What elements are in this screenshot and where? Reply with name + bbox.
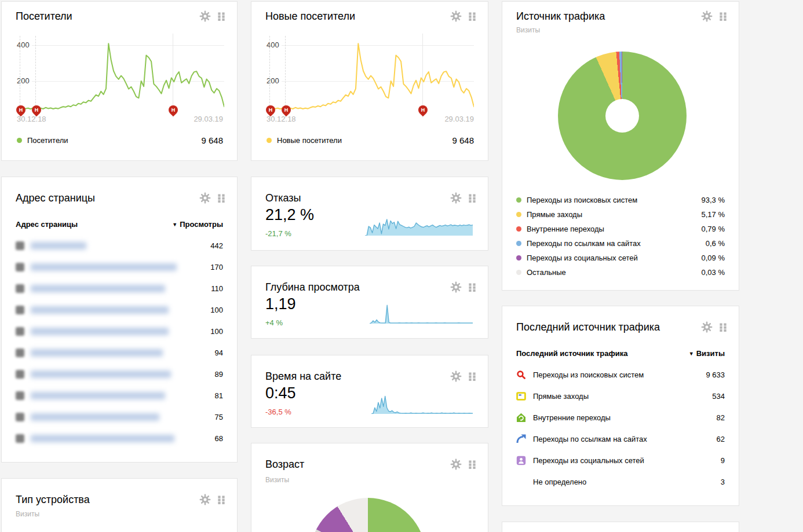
table-row[interactable]: 100 — [16, 299, 223, 321]
page-url-link-blurred[interactable] — [31, 435, 174, 442]
table-row[interactable]: Переходы из социальных сетей 9 — [516, 450, 725, 471]
drag-handle-icon[interactable] — [468, 194, 476, 203]
expand-icon[interactable] — [16, 306, 24, 314]
table-row[interactable]: 442 — [16, 235, 223, 256]
source-table-rows: Переходы из поисковых систем 9 633 Прямы… — [516, 364, 725, 493]
new-visitors-line-series — [268, 34, 474, 118]
page-url-link-blurred[interactable] — [31, 392, 165, 399]
page-url-link-blurred[interactable] — [31, 328, 169, 335]
drag-handle-icon[interactable] — [719, 12, 727, 21]
column-views[interactable]: ▼Просмотры — [172, 220, 223, 229]
source-label[interactable]: Прямые заходы — [533, 392, 589, 401]
legend-dot — [516, 270, 521, 275]
gear-icon[interactable] — [701, 10, 713, 22]
page-url-link-blurred[interactable] — [31, 370, 171, 378]
table-row[interactable]: 100 — [16, 321, 223, 342]
table-row[interactable]: 94 — [16, 342, 223, 364]
gear-icon[interactable] — [450, 10, 462, 22]
drag-handle-icon[interactable] — [468, 283, 476, 292]
gear-icon[interactable] — [450, 281, 462, 293]
page-url-link-blurred[interactable] — [31, 413, 159, 421]
widget-title: Новые посетители — [265, 10, 355, 23]
legend-dot — [516, 255, 521, 261]
expand-icon[interactable] — [16, 434, 24, 443]
legend-item[interactable]: Прямые заходы 5,17 % — [516, 207, 725, 222]
search-icon — [516, 370, 526, 380]
widget-age: Возраст Визиты — [251, 443, 488, 532]
legend-dot — [516, 226, 521, 232]
table-row[interactable]: Не определено 3 — [516, 471, 725, 493]
widget-page-url: Адрес страницы Адрес страницы ▼Просмотры… — [1, 177, 238, 463]
expand-icon[interactable] — [16, 263, 24, 271]
widget-device-type: Тип устройства Визиты — [1, 478, 238, 532]
expand-icon[interactable] — [16, 413, 24, 421]
drag-handle-icon[interactable] — [468, 460, 476, 469]
widget-title: Адрес страницы — [16, 192, 95, 204]
drag-handle-icon[interactable] — [217, 194, 225, 203]
page-url-link-blurred[interactable] — [31, 285, 165, 292]
gear-icon[interactable] — [701, 321, 713, 333]
gear-icon[interactable] — [450, 370, 462, 382]
table-row[interactable]: 170 — [16, 256, 223, 278]
table-row[interactable]: 68 — [16, 428, 223, 449]
drag-handle-icon[interactable] — [217, 12, 225, 21]
traffic-source-donut-chart[interactable] — [558, 52, 687, 180]
views-value: 89 — [215, 370, 223, 379]
page-url-link-blurred[interactable] — [31, 242, 86, 250]
table-row[interactable]: Прямые заходы 534 — [516, 386, 725, 407]
widget-actions — [199, 10, 225, 22]
expand-icon[interactable] — [16, 348, 24, 357]
source-label[interactable]: Переходы по ссылкам на сайтах — [533, 435, 647, 443]
legend-item[interactable]: Остальные 0,03 % — [516, 265, 725, 280]
source-label[interactable]: Переходы из поисковых систем — [533, 370, 644, 379]
visits-value: 3 — [721, 478, 725, 486]
drag-handle-icon[interactable] — [719, 323, 727, 332]
legend-item[interactable]: Внутренние переходы 0,79 % — [516, 222, 725, 236]
bounce-sparkline-series — [365, 212, 473, 236]
page-url-link-blurred[interactable] — [31, 263, 177, 271]
column-url[interactable]: Адрес страницы — [16, 220, 78, 229]
line-chart — [18, 34, 224, 118]
expand-icon[interactable] — [16, 391, 24, 400]
source-label[interactable]: Переходы из социальных сетей — [533, 456, 644, 465]
expand-icon[interactable] — [16, 370, 24, 379]
age-pie-chart[interactable] — [310, 498, 426, 532]
table-header: Адрес страницы ▼Просмотры — [16, 220, 223, 229]
table-row[interactable]: Переходы по ссылкам на сайтах 62 — [516, 428, 725, 450]
widget-actions — [199, 494, 225, 505]
column-source[interactable]: Последний источник трафика — [516, 349, 628, 358]
gear-icon[interactable] — [199, 192, 211, 204]
gear-icon[interactable] — [199, 10, 211, 22]
column-visits[interactable]: ▼Визиты — [689, 349, 725, 358]
page-url-link-blurred[interactable] — [31, 349, 163, 357]
gear-icon[interactable] — [199, 494, 211, 505]
drag-handle-icon[interactable] — [468, 12, 476, 21]
x-axis-start: 30.12.18 — [267, 115, 296, 123]
expand-icon[interactable] — [16, 284, 24, 293]
table-row[interactable]: 81 — [16, 385, 223, 406]
expand-icon[interactable] — [16, 327, 24, 336]
legend-item[interactable]: Переходы из поисковых систем 93,3 % — [516, 193, 725, 207]
source-label[interactable]: Внутренние переходы — [533, 413, 611, 422]
table-row[interactable]: 75 — [16, 406, 223, 428]
drag-handle-icon[interactable] — [217, 496, 225, 504]
chart-legend[interactable]: Посетители 9 648 — [17, 135, 223, 145]
widget-subtitle: Визиты — [16, 510, 39, 518]
table-row[interactable]: Переходы из поисковых систем 9 633 — [516, 364, 725, 386]
table-row[interactable]: Внутренние переходы 82 — [516, 407, 725, 428]
gear-icon[interactable] — [450, 458, 462, 470]
sparkline — [371, 393, 473, 414]
chart-legend[interactable]: Новые посетители 9 648 — [267, 135, 474, 145]
legend-item[interactable]: Переходы по ссылкам на сайтах 0,6 % — [516, 236, 725, 251]
gear-icon[interactable] — [450, 192, 462, 204]
table-row[interactable]: 110 — [16, 278, 223, 299]
expand-icon[interactable] — [16, 241, 24, 250]
drag-handle-icon[interactable] — [468, 372, 476, 381]
page-url-link-blurred[interactable] — [31, 306, 169, 314]
widget-cutoff — [502, 522, 739, 532]
legend-dot — [516, 241, 521, 246]
legend-item[interactable]: Переходы из социальных сетей 0,09 % — [516, 251, 725, 265]
sort-desc-icon: ▼ — [689, 351, 694, 357]
source-label[interactable]: Не определено — [533, 478, 586, 486]
table-row[interactable]: 89 — [16, 364, 223, 385]
